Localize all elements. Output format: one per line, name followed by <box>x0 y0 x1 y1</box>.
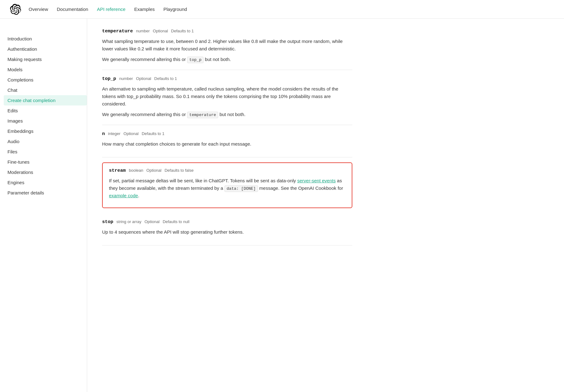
sidebar-item-models[interactable]: Models <box>7 64 87 75</box>
sidebar-item-files[interactable]: Files <box>7 147 87 157</box>
param-optional-top_p: Optional <box>136 76 151 81</box>
logo-icon[interactable] <box>10 4 21 15</box>
param-name-stop: stop <box>102 219 113 225</box>
param-block-n: nintegerOptionalDefaults to 1How many ch… <box>102 125 352 157</box>
sidebar-item-fine-tunes[interactable]: Fine-tunes <box>7 157 87 167</box>
param-desc-top_p: An alternative to sampling with temperat… <box>102 85 352 108</box>
param-name-top_p: top_p <box>102 76 116 82</box>
param-block-temperature: temperaturenumberOptionalDefaults to 1Wh… <box>102 29 352 70</box>
param-block-top_p: top_pnumberOptionalDefaults to 1An alter… <box>102 70 352 125</box>
header: OverviewDocumentationAPI referenceExampl… <box>0 0 564 19</box>
param-type-stop: string or array <box>116 219 141 224</box>
param-type-temperature: number <box>136 29 150 33</box>
sidebar-item-engines[interactable]: Engines <box>7 177 87 188</box>
sidebar-item-making-requests[interactable]: Making requests <box>7 54 87 64</box>
nav-link-api-reference[interactable]: API reference <box>97 7 125 12</box>
param-block-stream: streambooleanOptionalDefaults to falseIf… <box>102 162 352 208</box>
param-name-temperature: temperature <box>102 29 133 34</box>
server-sent-events-link[interactable]: server-sent events <box>297 178 336 183</box>
sidebar-item-chat[interactable]: Chat <box>7 85 87 95</box>
param-name-n: n <box>102 131 105 137</box>
param-block-stop: stopstring or arrayOptionalDefaults to n… <box>102 213 352 245</box>
sidebar-item-create-chat-completion[interactable]: Create chat completion <box>4 95 87 105</box>
param-note-top_p: We generally recommend altering this or … <box>102 111 352 119</box>
sidebar-item-moderations[interactable]: Moderations <box>7 167 87 177</box>
param-optional-stream: Optional <box>146 168 161 173</box>
param-type-stream: boolean <box>129 168 143 173</box>
main-nav: OverviewDocumentationAPI referenceExampl… <box>29 7 187 12</box>
param-header-temperature: temperaturenumberOptionalDefaults to 1 <box>102 29 352 34</box>
page-layout: IntroductionAuthenticationMaking request… <box>0 19 564 255</box>
param-default-stop: Defaults to null <box>163 219 190 224</box>
param-optional-temperature: Optional <box>153 29 168 33</box>
param-type-n: integer <box>108 131 120 136</box>
sidebar-item-completions[interactable]: Completions <box>7 75 87 85</box>
param-desc-stop: Up to 4 sequences where the API will sto… <box>102 228 352 236</box>
example-code-link[interactable]: example code <box>109 193 138 198</box>
param-default-top_p: Defaults to 1 <box>154 76 177 81</box>
param-desc-temperature: What sampling temperature to use, betwee… <box>102 38 352 53</box>
param-default-temperature: Defaults to 1 <box>171 29 194 33</box>
param-optional-stop: Optional <box>144 219 159 224</box>
nav-link-overview[interactable]: Overview <box>29 7 48 12</box>
param-header-stream: streambooleanOptionalDefaults to false <box>109 168 345 173</box>
sidebar-item-authentication[interactable]: Authentication <box>7 44 87 54</box>
nav-link-examples[interactable]: Examples <box>134 7 155 12</box>
sidebar: IntroductionAuthenticationMaking request… <box>0 19 87 255</box>
sidebar-item-images[interactable]: Images <box>7 116 87 126</box>
param-note-temperature: We generally recommend altering this or … <box>102 56 352 63</box>
param-header-n: nintegerOptionalDefaults to 1 <box>102 131 352 137</box>
param-default-n: Defaults to 1 <box>142 131 164 136</box>
param-header-top_p: top_pnumberOptionalDefaults to 1 <box>102 76 352 82</box>
inline-code-data-done: data: [DONE] <box>224 185 258 192</box>
param-name-stream: stream <box>109 168 126 173</box>
inline-code-temperature: top_p <box>187 57 204 63</box>
param-type-top_p: number <box>119 76 133 81</box>
param-default-stream: Defaults to false <box>165 168 194 173</box>
sidebar-item-audio[interactable]: Audio <box>7 136 87 147</box>
param-desc-stream: If set, partial message deltas will be s… <box>109 177 345 200</box>
sidebar-item-introduction[interactable]: Introduction <box>7 34 87 44</box>
param-header-stop: stopstring or arrayOptionalDefaults to n… <box>102 219 352 225</box>
nav-link-documentation[interactable]: Documentation <box>57 7 88 12</box>
sidebar-item-embeddings[interactable]: Embeddings <box>7 126 87 136</box>
param-desc-n: How many chat completion choices to gene… <box>102 140 352 148</box>
main-content: temperaturenumberOptionalDefaults to 1Wh… <box>87 19 367 255</box>
sidebar-item-parameter-details[interactable]: Parameter details <box>7 188 87 198</box>
param-optional-n: Optional <box>124 131 139 136</box>
inline-code-top_p: temperature <box>187 112 218 118</box>
sidebar-item-edits[interactable]: Edits <box>7 105 87 116</box>
nav-link-playground[interactable]: Playground <box>163 7 187 12</box>
